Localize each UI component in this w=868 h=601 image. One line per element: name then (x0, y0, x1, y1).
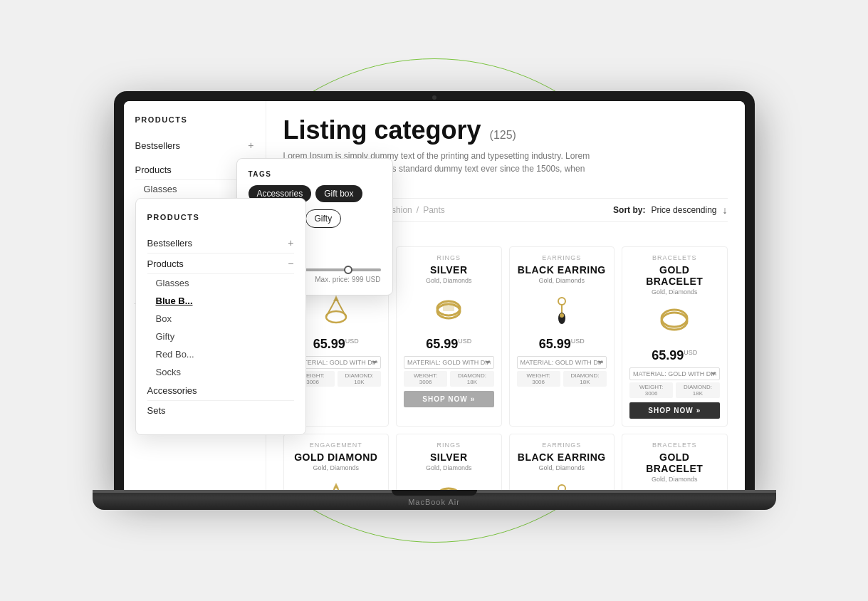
sidebar-panel-sets-label: Sets (147, 405, 166, 416)
camera-dot (432, 95, 436, 100)
product-card-gold-diamond-2: ENGAGEMENT GOLD DIAMOND Gold, Diamonds 6… (283, 434, 389, 490)
product-name: SILVER (430, 264, 468, 276)
shop-now-button[interactable]: SHOP NOW » (629, 402, 720, 419)
product-name: SILVER (430, 451, 468, 463)
product-image (540, 288, 583, 331)
product-sub: Gold, Diamonds (313, 464, 359, 471)
product-name: GOLD DIAMOND (294, 451, 377, 463)
product-price: 65.99USD (539, 337, 585, 352)
plus-icon: + (288, 237, 293, 249)
product-card-bracelet-2: BRACELETS GOLD BRACELET Gold, Diamonds 6… (622, 434, 728, 490)
sidebar-panel-products-label: Products (147, 258, 184, 269)
product-sub: Gold, Diamonds (426, 277, 472, 284)
product-cat: BRACELETS (629, 254, 720, 261)
sidebar-panel-overlay: PRODUCTS Bestsellers + Products − Glasse… (135, 198, 306, 435)
price-max-label: Max. price: 999 USD (315, 276, 380, 283)
sidebar-panel-bestsellers[interactable]: Bestsellers + (147, 233, 294, 254)
product-name: BLACK EARRING (518, 264, 606, 276)
svg-point-0 (326, 311, 346, 323)
sort-value: Price descending (651, 205, 716, 215)
product-sub: Gold, Diamonds (652, 288, 698, 296)
product-name: BLACK EARRING (518, 451, 606, 463)
sidebar-panel-glasses[interactable]: Glasses (156, 274, 294, 292)
product-cat: RINGS (404, 441, 494, 449)
weight-badge: WEIGHT: 3006 (629, 382, 673, 398)
product-price: 65.99USD (313, 337, 359, 352)
product-sub: Gold, Diamonds (652, 476, 698, 483)
sidebar-item-bestsellers[interactable]: Bestsellers + (135, 135, 254, 155)
product-name: GOLD BRACELET (629, 451, 720, 474)
shop-now-arrows: » (696, 407, 701, 414)
product-image (315, 476, 357, 490)
sidebar-title: PRODUCTS (135, 115, 254, 124)
product-material-select[interactable]: MATERIAL: GOLD WITH DIAMONDS (404, 356, 494, 369)
sidebar-panel-title: PRODUCTS (147, 213, 294, 221)
product-card-bracelet-1: BRACELETS GOLD BRACELET Gold, Diamonds 6… (622, 246, 728, 427)
sidebar-panel-products[interactable]: Products − (147, 254, 294, 274)
product-image (653, 300, 696, 343)
sidebar-panel-accessories[interactable]: Accessories (147, 381, 294, 401)
tags-section-title: TAGS (249, 170, 381, 178)
sort-row: Sort by: Price descending ↓ (613, 204, 727, 216)
product-material-select[interactable]: MATERIAL: GOLD WITH DIAMONDS (629, 367, 720, 380)
page-count: (125) (490, 129, 516, 142)
product-card-silver-2: RINGS SILVER Gold, Diamonds 65.99USD (396, 434, 502, 490)
shop-now-arrows: » (471, 395, 476, 403)
diamond-badge: DIAMOND: 18K (450, 371, 493, 387)
shop-now-label: SHOP NOW (422, 395, 467, 403)
shop-now-button[interactable]: SHOP NOW » (404, 391, 494, 407)
sidebar-item-label: Bestsellers (135, 140, 181, 151)
diamond-badge: DIAMOND: 18K (563, 371, 607, 387)
sidebar-panel-socks[interactable]: Socks (156, 363, 294, 381)
breadcrumb-sep2: / (417, 205, 419, 215)
plus-icon: + (248, 140, 253, 151)
sidebar-panel-bestsellers-label: Bestsellers (147, 238, 193, 249)
sidebar-panel-redbo[interactable]: Red Bo... (156, 345, 294, 363)
minus-icon: − (288, 258, 293, 269)
breadcrumb-pants: Pants (423, 205, 445, 215)
sidebar-panel-sets[interactable]: Sets (147, 401, 294, 420)
sidebar-section-bestsellers: Bestsellers + (135, 135, 254, 155)
product-cat: EARRINGS (517, 441, 607, 449)
laptop-brand: MacBook Air (408, 498, 460, 506)
sidebar-panel-accessories-label: Accessories (147, 385, 197, 396)
product-image (427, 476, 470, 490)
price-slider-max-thumb[interactable] (344, 266, 352, 274)
product-cat: ENGAGEMENT (291, 441, 382, 449)
laptop-base: MacBook Air (93, 490, 776, 510)
product-card-earring-2: EARRINGS BLACK EARRING Gold, Diamonds 65… (509, 434, 615, 490)
product-cat: BRACELETS (629, 441, 720, 449)
sidebar-item-label: Products (135, 164, 172, 175)
product-name: GOLD BRACELET (629, 264, 720, 287)
product-attrs: WEIGHT: 3006 DIAMOND: 18K (517, 371, 607, 387)
product-card-earring-1: EARRINGS BLACK EARRING Gold, Diamonds 65 (509, 246, 615, 427)
weight-badge: WEIGHT: 3006 (404, 371, 447, 387)
shop-now-label: SHOP NOW (648, 407, 693, 414)
sidebar-panel-box[interactable]: Box (156, 310, 294, 328)
product-price: 65.99USD (426, 337, 471, 352)
svg-marker-15 (333, 483, 339, 488)
laptop-wrapper: PRODUCTS Bestsellers + Products − Glasse… (114, 91, 755, 510)
product-card-silver-1: RINGS SILVER Gold, Diamonds 65.99USD (396, 246, 502, 427)
product-attrs: WEIGHT: 3006 DIAMOND: 18K (404, 371, 494, 387)
tag-gift-box[interactable]: Gift box (315, 185, 362, 202)
tag-gifty[interactable]: Gifty (305, 209, 342, 228)
sort-arrow-icon[interactable]: ↓ (723, 204, 728, 216)
product-price: 65.99USD (652, 348, 697, 363)
svg-point-11 (560, 313, 564, 318)
page-title-row: Listing category (125) (283, 115, 728, 145)
product-cat: EARRINGS (517, 254, 607, 261)
svg-point-8 (558, 298, 565, 305)
sidebar-panel-blueb[interactable]: Blue B... (156, 292, 294, 310)
svg-marker-1 (333, 296, 339, 301)
sort-label: Sort by: (613, 205, 645, 215)
diamond-badge: DIAMOND: 18K (338, 371, 381, 387)
product-cat: RINGS (404, 254, 494, 261)
laptop-notch (392, 490, 477, 496)
product-material-select[interactable]: MATERIAL: GOLD WITH DIAMONDS (517, 356, 607, 369)
product-image (427, 288, 470, 331)
product-sub: Gold, Diamonds (538, 464, 585, 471)
sidebar-panel-gifty[interactable]: Gifty (156, 328, 294, 345)
sidebar-panel-sub: Glasses Blue B... Box Gifty Red Bo... So… (147, 274, 294, 381)
product-sub: Gold, Diamonds (426, 464, 472, 471)
